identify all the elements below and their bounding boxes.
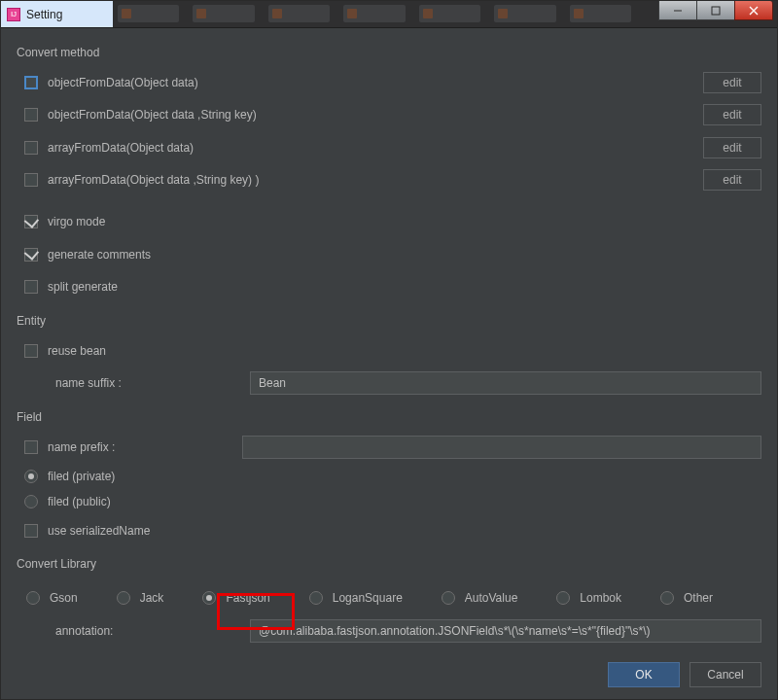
name-prefix-label: name prefix :	[48, 440, 242, 454]
field-public-label: filed (public)	[48, 495, 111, 508]
section-convert-library: Convert Library	[17, 557, 761, 571]
annotation-input[interactable]	[250, 619, 761, 643]
gson-label: Gson	[50, 591, 78, 605]
radio-field-private[interactable]	[24, 470, 38, 483]
checkbox-generate-comments[interactable]	[24, 248, 38, 262]
autovalue-label: AutoValue	[465, 591, 518, 605]
annotation-label: annotation:	[55, 624, 250, 638]
dialog-button-bar: OK Cancel	[1, 652, 777, 699]
name-prefix-row: name prefix :	[17, 432, 761, 463]
method-row-3: arrayFromData(Object data) edit	[17, 132, 761, 163]
comments-row: generate comments	[17, 239, 761, 270]
reuse-bean-row: reuse bean	[17, 335, 761, 367]
checkbox-arrayfromdata-1[interactable]	[24, 141, 38, 155]
lombok-label: Lombok	[580, 591, 621, 605]
name-suffix-row: name suffix :	[17, 368, 761, 400]
window-title: Setting	[26, 8, 62, 21]
checkbox-split-generate[interactable]	[24, 280, 38, 294]
method-row-1: objectFromData(Object data) edit	[17, 67, 761, 98]
serialized-label: use serializedName	[48, 524, 150, 538]
radio-lombok[interactable]	[556, 591, 570, 605]
field-private-label: filed (private)	[48, 470, 115, 483]
method-row-2: objectFromData(Object data ,String key) …	[17, 100, 761, 131]
radio-other[interactable]	[660, 591, 674, 605]
maximize-button[interactable]	[696, 1, 735, 20]
checkbox-objectfromdata-2[interactable]	[24, 108, 38, 122]
section-entity: Entity	[17, 314, 761, 328]
serialized-row: use serializedName	[17, 515, 761, 546]
app-icon: IJ	[7, 8, 20, 21]
checkbox-name-prefix[interactable]	[24, 440, 38, 454]
radio-jack[interactable]	[117, 591, 130, 605]
method-label: arrayFromData(Object data)	[48, 141, 194, 155]
section-field: Field	[17, 410, 761, 424]
radio-fastjson[interactable]	[202, 591, 216, 605]
annotation-row: annotation:	[17, 619, 761, 643]
method-label: objectFromData(Object data ,String key)	[48, 108, 257, 122]
checkbox-use-serializedname[interactable]	[24, 524, 38, 538]
logansquare-label: LoganSquare	[333, 591, 403, 605]
radio-field-public[interactable]	[24, 495, 38, 508]
cancel-button[interactable]: Cancel	[690, 662, 761, 687]
name-prefix-input[interactable]	[242, 436, 761, 459]
edit-button-1[interactable]: edit	[703, 72, 761, 93]
reuse-bean-label: reuse bean	[48, 344, 106, 358]
close-button[interactable]	[734, 1, 773, 20]
name-suffix-label: name suffix :	[55, 376, 250, 390]
method-label: objectFromData(Object data)	[48, 76, 198, 89]
radio-autovalue[interactable]	[442, 591, 455, 605]
field-public-row: filed (public)	[17, 490, 761, 513]
jack-label: Jack	[140, 591, 164, 605]
section-convert-method: Convert method	[17, 46, 761, 59]
window-titlebar: IJ Setting	[1, 1, 777, 28]
edit-button-3[interactable]: edit	[703, 137, 761, 158]
method-label: arrayFromData(Object data ,String key) )	[48, 173, 259, 187]
name-suffix-input[interactable]	[250, 371, 761, 395]
split-label: split generate	[48, 280, 118, 294]
checkbox-virgo-mode[interactable]	[24, 215, 38, 228]
split-row: split generate	[17, 272, 761, 303]
edit-button-2[interactable]: edit	[703, 104, 761, 125]
edit-button-4[interactable]: edit	[703, 169, 761, 191]
method-row-4: arrayFromData(Object data ,String key) )…	[17, 165, 761, 196]
svg-rect-1	[712, 7, 720, 15]
fastjson-label: Fastjson	[226, 591, 269, 605]
checkbox-reuse-bean[interactable]	[24, 344, 38, 358]
virgo-row: virgo mode	[17, 206, 761, 237]
other-label: Other	[684, 591, 713, 605]
field-private-row: filed (private)	[17, 465, 761, 488]
radio-gson[interactable]	[26, 591, 40, 605]
libs-row: Gson Jack Fastjson LoganSquare AutoValue…	[17, 584, 761, 612]
background-tabs	[118, 5, 631, 24]
radio-logansquare[interactable]	[309, 591, 323, 605]
checkbox-objectfromdata-1[interactable]	[24, 76, 38, 89]
virgo-label: virgo mode	[48, 215, 105, 228]
checkbox-arrayfromdata-2[interactable]	[24, 173, 38, 187]
ok-button[interactable]: OK	[608, 662, 680, 687]
comments-label: generate comments	[48, 248, 151, 262]
minimize-button[interactable]	[658, 1, 697, 20]
